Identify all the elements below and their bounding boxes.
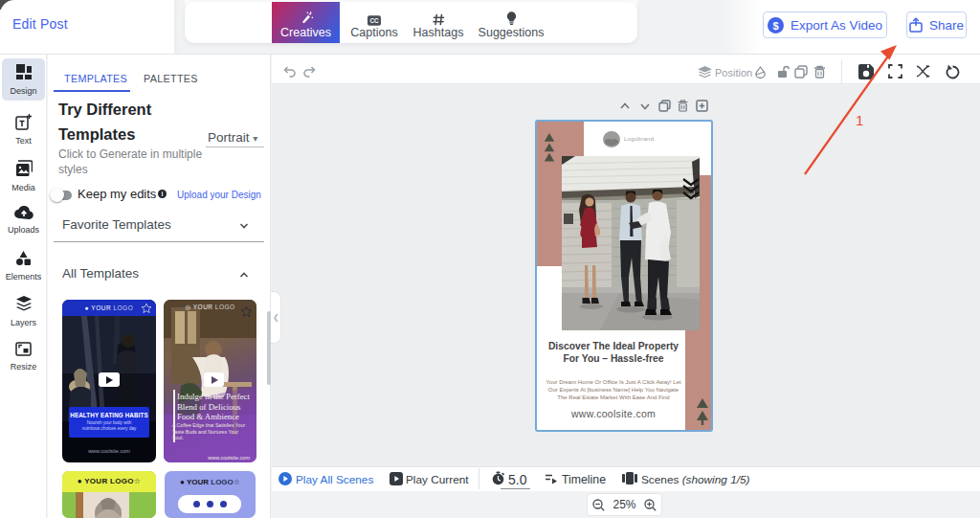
svg-text:CC: CC <box>369 17 379 24</box>
svg-text:$: $ <box>773 19 779 31</box>
